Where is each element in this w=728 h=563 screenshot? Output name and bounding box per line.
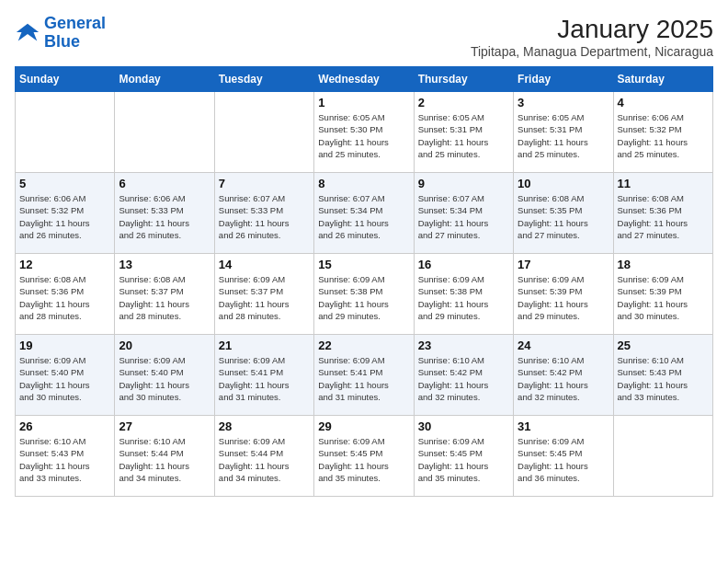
calendar-week-row: 26Sunrise: 6:10 AMSunset: 5:43 PMDayligh…: [16, 416, 713, 497]
day-number: 22: [318, 339, 409, 352]
day-info: Sunrise: 6:09 AMSunset: 5:45 PMDaylight:…: [318, 435, 409, 484]
day-number: 15: [318, 258, 409, 271]
calendar-week-row: 12Sunrise: 6:08 AMSunset: 5:36 PMDayligh…: [16, 254, 713, 335]
header-sunday: Sunday: [16, 67, 115, 92]
calendar-cell: [115, 92, 214, 173]
calendar-cell: 29Sunrise: 6:09 AMSunset: 5:45 PMDayligh…: [314, 416, 414, 497]
day-info: Sunrise: 6:09 AMSunset: 5:39 PMDaylight:…: [618, 273, 709, 322]
calendar-cell: 26Sunrise: 6:10 AMSunset: 5:43 PMDayligh…: [16, 416, 115, 497]
day-number: 23: [418, 339, 509, 352]
day-number: 26: [19, 419, 110, 433]
header-thursday: Thursday: [414, 67, 513, 92]
title-block: January 2025 Tipitapa, Managua Departmen…: [471, 15, 713, 59]
day-info: Sunrise: 6:09 AMSunset: 5:37 PMDaylight:…: [219, 273, 310, 322]
day-info: Sunrise: 6:08 AMSunset: 5:36 PMDaylight:…: [618, 192, 709, 241]
calendar-cell: 16Sunrise: 6:09 AMSunset: 5:38 PMDayligh…: [414, 254, 513, 335]
calendar-cell: 4Sunrise: 6:06 AMSunset: 5:32 PMDaylight…: [613, 92, 712, 173]
calendar-cell: 8Sunrise: 6:07 AMSunset: 5:34 PMDaylight…: [314, 173, 414, 254]
header-monday: Monday: [115, 67, 214, 92]
day-number: 19: [19, 339, 110, 352]
day-number: 21: [219, 339, 310, 352]
calendar-cell: 1Sunrise: 6:05 AMSunset: 5:30 PMDaylight…: [314, 92, 414, 173]
day-info: Sunrise: 6:06 AMSunset: 5:33 PMDaylight:…: [119, 192, 210, 241]
calendar-subtitle: Tipitapa, Managua Department, Nicaragua: [471, 44, 713, 59]
day-info: Sunrise: 6:05 AMSunset: 5:30 PMDaylight:…: [318, 111, 409, 160]
day-number: 10: [518, 177, 609, 190]
day-info: Sunrise: 6:09 AMSunset: 5:41 PMDaylight:…: [318, 354, 409, 403]
header-friday: Friday: [514, 67, 613, 92]
calendar-cell: 24Sunrise: 6:10 AMSunset: 5:42 PMDayligh…: [514, 335, 613, 416]
header-saturday: Saturday: [613, 67, 712, 92]
day-info: Sunrise: 6:09 AMSunset: 5:41 PMDaylight:…: [219, 354, 310, 403]
svg-marker-0: [17, 24, 39, 41]
calendar-cell: 11Sunrise: 6:08 AMSunset: 5:36 PMDayligh…: [613, 173, 712, 254]
day-number: 13: [119, 258, 210, 271]
calendar-cell: [613, 416, 712, 497]
day-info: Sunrise: 6:09 AMSunset: 5:45 PMDaylight:…: [518, 435, 609, 484]
day-info: Sunrise: 6:07 AMSunset: 5:34 PMDaylight:…: [318, 192, 409, 241]
day-number: 31: [518, 419, 609, 433]
day-number: 12: [19, 258, 110, 271]
calendar-cell: 2Sunrise: 6:05 AMSunset: 5:31 PMDaylight…: [414, 92, 513, 173]
calendar-cell: 21Sunrise: 6:09 AMSunset: 5:41 PMDayligh…: [214, 335, 313, 416]
day-info: Sunrise: 6:09 AMSunset: 5:38 PMDaylight:…: [318, 273, 409, 322]
day-number: 7: [219, 177, 310, 190]
logo-bird-icon: [15, 20, 40, 46]
calendar-cell: 13Sunrise: 6:08 AMSunset: 5:37 PMDayligh…: [115, 254, 214, 335]
calendar-cell: 20Sunrise: 6:09 AMSunset: 5:40 PMDayligh…: [115, 335, 214, 416]
calendar-cell: 19Sunrise: 6:09 AMSunset: 5:40 PMDayligh…: [16, 335, 115, 416]
logo-text: General Blue: [44, 15, 106, 52]
day-info: Sunrise: 6:10 AMSunset: 5:42 PMDaylight:…: [418, 354, 509, 403]
calendar-cell: 3Sunrise: 6:05 AMSunset: 5:31 PMDaylight…: [514, 92, 613, 173]
calendar-week-row: 1Sunrise: 6:05 AMSunset: 5:30 PMDaylight…: [16, 92, 713, 173]
day-info: Sunrise: 6:05 AMSunset: 5:31 PMDaylight:…: [518, 111, 609, 160]
calendar-title: January 2025: [471, 15, 713, 44]
logo-blue: Blue: [44, 33, 106, 52]
calendar-header-row: SundayMondayTuesdayWednesdayThursdayFrid…: [16, 67, 713, 92]
day-number: 8: [318, 177, 409, 190]
day-number: 30: [418, 419, 509, 433]
day-number: 20: [119, 339, 210, 352]
day-number: 6: [119, 177, 210, 190]
day-number: 5: [19, 177, 110, 190]
day-info: Sunrise: 6:10 AMSunset: 5:44 PMDaylight:…: [119, 435, 210, 484]
day-number: 2: [418, 96, 509, 109]
calendar-cell: 14Sunrise: 6:09 AMSunset: 5:37 PMDayligh…: [214, 254, 313, 335]
day-info: Sunrise: 6:10 AMSunset: 5:42 PMDaylight:…: [518, 354, 609, 403]
day-info: Sunrise: 6:07 AMSunset: 5:33 PMDaylight:…: [219, 192, 310, 241]
logo-general: General: [44, 14, 106, 32]
calendar-week-row: 5Sunrise: 6:06 AMSunset: 5:32 PMDaylight…: [16, 173, 713, 254]
calendar-cell: 30Sunrise: 6:09 AMSunset: 5:45 PMDayligh…: [414, 416, 513, 497]
day-info: Sunrise: 6:07 AMSunset: 5:34 PMDaylight:…: [418, 192, 509, 241]
day-info: Sunrise: 6:08 AMSunset: 5:36 PMDaylight:…: [19, 273, 110, 322]
calendar-cell: 17Sunrise: 6:09 AMSunset: 5:39 PMDayligh…: [514, 254, 613, 335]
day-info: Sunrise: 6:10 AMSunset: 5:43 PMDaylight:…: [618, 354, 709, 403]
calendar-cell: 18Sunrise: 6:09 AMSunset: 5:39 PMDayligh…: [613, 254, 712, 335]
calendar-cell: 7Sunrise: 6:07 AMSunset: 5:33 PMDaylight…: [214, 173, 313, 254]
page-header: General Blue January 2025 Tipitapa, Mana…: [15, 15, 713, 59]
calendar-cell: 9Sunrise: 6:07 AMSunset: 5:34 PMDaylight…: [414, 173, 513, 254]
day-number: 28: [219, 419, 310, 433]
day-number: 16: [418, 258, 509, 271]
day-number: 1: [318, 96, 409, 109]
calendar-cell: 12Sunrise: 6:08 AMSunset: 5:36 PMDayligh…: [16, 254, 115, 335]
day-info: Sunrise: 6:05 AMSunset: 5:31 PMDaylight:…: [418, 111, 509, 160]
calendar-cell: [16, 92, 115, 173]
calendar-cell: 5Sunrise: 6:06 AMSunset: 5:32 PMDaylight…: [16, 173, 115, 254]
day-info: Sunrise: 6:06 AMSunset: 5:32 PMDaylight:…: [618, 111, 709, 160]
day-info: Sunrise: 6:09 AMSunset: 5:44 PMDaylight:…: [219, 435, 310, 484]
day-number: 14: [219, 258, 310, 271]
day-info: Sunrise: 6:09 AMSunset: 5:39 PMDaylight:…: [518, 273, 609, 322]
day-info: Sunrise: 6:09 AMSunset: 5:40 PMDaylight:…: [119, 354, 210, 403]
day-number: 11: [618, 177, 709, 190]
day-number: 17: [518, 258, 609, 271]
calendar-cell: 22Sunrise: 6:09 AMSunset: 5:41 PMDayligh…: [314, 335, 414, 416]
day-info: Sunrise: 6:08 AMSunset: 5:35 PMDaylight:…: [518, 192, 609, 241]
day-info: Sunrise: 6:09 AMSunset: 5:45 PMDaylight:…: [418, 435, 509, 484]
calendar-cell: 23Sunrise: 6:10 AMSunset: 5:42 PMDayligh…: [414, 335, 513, 416]
day-number: 24: [518, 339, 609, 352]
day-info: Sunrise: 6:09 AMSunset: 5:38 PMDaylight:…: [418, 273, 509, 322]
day-number: 18: [618, 258, 709, 271]
calendar-cell: 31Sunrise: 6:09 AMSunset: 5:45 PMDayligh…: [514, 416, 613, 497]
day-info: Sunrise: 6:09 AMSunset: 5:40 PMDaylight:…: [19, 354, 110, 403]
